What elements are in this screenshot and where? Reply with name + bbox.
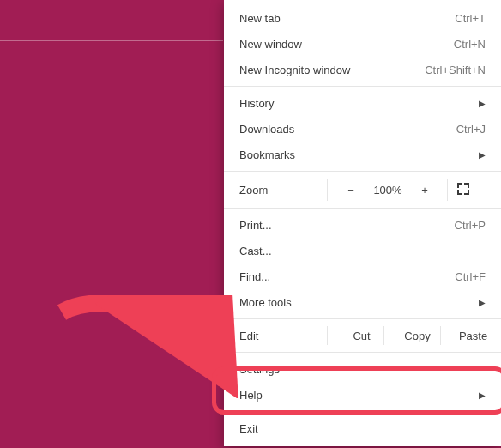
menu-item-label: Downloads [239, 123, 456, 136]
vertical-divider [447, 179, 448, 201]
submenu-arrow-icon: ▶ [479, 99, 486, 108]
menu-item-history[interactable]: History ▶ [224, 90, 501, 116]
menu-item-shortcut: Ctrl+Shift+N [425, 64, 486, 76]
toolbar-divider [0, 40, 223, 41]
zoom-out-button[interactable]: − [334, 184, 368, 197]
menu-separator [224, 411, 501, 412]
menu-item-help[interactable]: Help ▶ [224, 382, 501, 408]
zoom-label: Zoom [224, 184, 334, 197]
menu-item-more-tools[interactable]: More tools ▶ [224, 289, 501, 315]
menu-item-shortcut: Ctrl+F [455, 270, 486, 283]
menu-item-exit[interactable]: Exit [224, 415, 501, 441]
menu-item-label: New Incognito window [239, 64, 425, 76]
submenu-arrow-icon: ▶ [479, 298, 486, 307]
menu-item-label: Settings [239, 363, 486, 376]
fullscreen-button[interactable] [442, 183, 485, 197]
menu-separator [224, 318, 501, 319]
menu-item-new-window[interactable]: New window Ctrl+N [224, 31, 501, 57]
vertical-divider [440, 326, 441, 345]
menu-item-incognito[interactable]: New Incognito window Ctrl+Shift+N [224, 57, 501, 82]
menu-item-label: History [239, 97, 479, 110]
menu-item-label: New window [239, 38, 454, 51]
menu-item-label: Find... [239, 270, 455, 283]
menu-item-shortcut: Ctrl+J [456, 123, 486, 136]
vertical-divider [327, 326, 328, 345]
menu-item-label: Exit [239, 422, 486, 435]
submenu-arrow-icon: ▶ [479, 390, 486, 400]
menu-separator [224, 352, 501, 353]
menu-item-shortcut: Ctrl+N [454, 38, 486, 51]
menu-item-cast[interactable]: Cast... [224, 238, 501, 263]
edit-label: Edit [224, 330, 334, 342]
edit-cut-button[interactable]: Cut [334, 330, 389, 342]
zoom-level: 100% [368, 184, 407, 197]
menu-item-print[interactable]: Print... Ctrl+P [224, 212, 501, 238]
menu-separator [224, 171, 501, 172]
vertical-divider [383, 326, 384, 345]
menu-item-zoom: Zoom − 100% + [224, 175, 501, 204]
edit-copy-button[interactable]: Copy [389, 330, 445, 342]
menu-item-label: New tab [239, 12, 455, 25]
menu-item-find[interactable]: Find... Ctrl+F [224, 263, 501, 289]
vertical-divider [327, 179, 328, 201]
menu-item-label: Bookmarks [239, 148, 479, 161]
menu-item-label: More tools [239, 296, 479, 309]
menu-item-settings[interactable]: Settings [224, 356, 501, 382]
submenu-arrow-icon: ▶ [479, 150, 486, 160]
menu-item-edit: Edit Cut Copy Paste [224, 323, 501, 348]
menu-separator [224, 208, 501, 209]
menu-item-downloads[interactable]: Downloads Ctrl+J [224, 116, 501, 142]
menu-item-shortcut: Ctrl+P [455, 219, 486, 232]
zoom-in-button[interactable]: + [407, 184, 442, 197]
menu-item-label: Help [239, 389, 479, 402]
menu-item-bookmarks[interactable]: Bookmarks ▶ [224, 142, 501, 167]
menu-item-label: Print... [239, 219, 455, 232]
menu-item-label: Cast... [239, 245, 486, 257]
chrome-main-menu: New tab Ctrl+T New window Ctrl+N New Inc… [224, 0, 501, 446]
menu-item-new-tab[interactable]: New tab Ctrl+T [224, 5, 501, 31]
edit-paste-button[interactable]: Paste [445, 330, 501, 342]
fullscreen-icon [457, 183, 469, 195]
menu-separator [224, 86, 501, 87]
annotation-arrow-icon [51, 295, 240, 398]
menu-item-shortcut: Ctrl+T [455, 12, 486, 25]
